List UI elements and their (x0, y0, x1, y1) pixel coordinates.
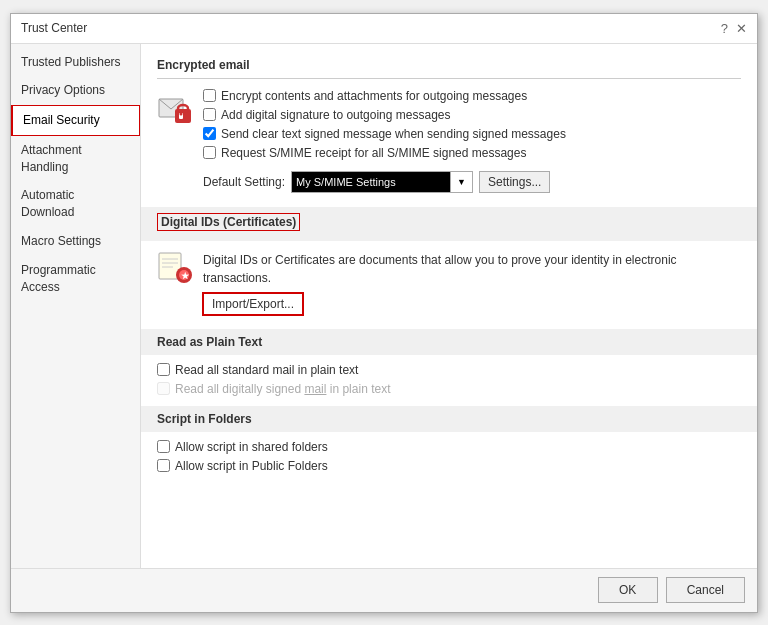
default-setting-row: Default Setting: ▼ Settings... (203, 171, 566, 193)
sidebar-item-email-security[interactable]: Email Security (11, 105, 140, 136)
title-bar-controls: ? ✕ (721, 21, 747, 36)
certificate-icon: ★ (157, 249, 193, 285)
add-digital-sig-checkbox[interactable] (203, 108, 216, 121)
encrypt-contents-checkbox-row[interactable]: Encrypt contents and attachments for out… (203, 89, 566, 103)
main-content: Encrypted email (141, 44, 757, 568)
request-smime-label: Request S/MIME receipt for all S/MIME si… (221, 146, 526, 160)
svg-text:★: ★ (181, 271, 190, 281)
allow-script-public-checkbox[interactable] (157, 459, 170, 472)
send-clear-text-checkbox[interactable] (203, 127, 216, 140)
read-digitally-signed-label: Read all digitally signed mail in plain … (175, 382, 390, 396)
dialog-title: Trust Center (21, 21, 87, 35)
encrypted-email-section: Encrypted email (157, 58, 741, 193)
read-standard-mail-checkbox[interactable] (157, 363, 170, 376)
trust-center-dialog: Trust Center ? ✕ Trusted Publishers Priv… (10, 13, 758, 613)
plain-text-checkboxes: Read all standard mail in plain text Rea… (157, 363, 741, 396)
allow-script-public-label: Allow script in Public Folders (175, 459, 328, 473)
encrypted-email-inner: Encrypt contents and attachments for out… (157, 89, 741, 193)
add-digital-sig-label: Add digital signature to outgoing messag… (221, 108, 450, 122)
allow-script-shared-label: Allow script in shared folders (175, 440, 328, 454)
allow-script-shared-checkbox-row[interactable]: Allow script in shared folders (157, 440, 741, 454)
title-bar: Trust Center ? ✕ (11, 14, 757, 44)
plain-text-header: Read as Plain Text (157, 335, 262, 349)
sidebar-item-privacy-options[interactable]: Privacy Options (11, 76, 140, 105)
setting-select: ▼ (291, 171, 473, 193)
send-clear-text-label: Send clear text signed message when send… (221, 127, 566, 141)
allow-script-shared-checkbox[interactable] (157, 440, 170, 453)
sidebar-item-automatic-download[interactable]: Automatic Download (11, 181, 140, 227)
sidebar: Trusted Publishers Privacy Options Email… (11, 44, 141, 568)
sidebar-item-programmatic-access[interactable]: Programmatic Access (11, 256, 140, 302)
settings-button[interactable]: Settings... (479, 171, 550, 193)
encrypted-email-divider (157, 78, 741, 79)
digital-ids-header: Digital IDs (Certificates) (157, 213, 300, 231)
cancel-button[interactable]: Cancel (666, 577, 745, 603)
close-icon[interactable]: ✕ (736, 21, 747, 36)
sidebar-item-trusted-publishers[interactable]: Trusted Publishers (11, 48, 140, 77)
digital-ids-content: Digital IDs or Certificates are document… (203, 249, 741, 315)
read-standard-mail-checkbox-row[interactable]: Read all standard mail in plain text (157, 363, 741, 377)
plain-text-section: Read as Plain Text Read all standard mai… (157, 329, 741, 396)
setting-dropdown-arrow[interactable]: ▼ (451, 171, 473, 193)
encrypted-email-header: Encrypted email (157, 58, 741, 72)
digital-ids-section: Digital IDs (Certificates) ★ (157, 207, 741, 315)
import-export-button[interactable]: Import/Export... (203, 293, 303, 315)
encrypt-contents-label: Encrypt contents and attachments for out… (221, 89, 527, 103)
sidebar-item-macro-settings[interactable]: Macro Settings (11, 227, 140, 256)
script-folders-section: Script in Folders Allow script in shared… (157, 406, 741, 473)
email-security-icon (157, 91, 193, 127)
dialog-footer: OK Cancel (11, 568, 757, 612)
allow-script-public-checkbox-row[interactable]: Allow script in Public Folders (157, 459, 741, 473)
ok-button[interactable]: OK (598, 577, 658, 603)
help-icon[interactable]: ? (721, 21, 728, 36)
encrypt-contents-checkbox[interactable] (203, 89, 216, 102)
svg-point-4 (180, 112, 183, 115)
script-folders-header: Script in Folders (157, 412, 252, 426)
encrypted-email-checkboxes: Encrypt contents and attachments for out… (203, 89, 566, 193)
default-setting-label: Default Setting: (203, 175, 285, 189)
send-clear-text-checkbox-row[interactable]: Send clear text signed message when send… (203, 127, 566, 141)
default-setting-input[interactable] (291, 171, 451, 193)
read-standard-mail-label: Read all standard mail in plain text (175, 363, 358, 377)
add-digital-sig-checkbox-row[interactable]: Add digital signature to outgoing messag… (203, 108, 566, 122)
digital-ids-description: Digital IDs or Certificates are document… (203, 251, 741, 287)
script-folders-checkboxes: Allow script in shared folders Allow scr… (157, 440, 741, 473)
request-smime-checkbox-row[interactable]: Request S/MIME receipt for all S/MIME si… (203, 146, 566, 160)
request-smime-checkbox[interactable] (203, 146, 216, 159)
sidebar-item-attachment-handling[interactable]: Attachment Handling (11, 136, 140, 182)
digital-ids-inner: ★ Digital IDs or Certificates are docume… (157, 249, 741, 315)
read-digitally-signed-checkbox (157, 382, 170, 395)
dialog-body: Trusted Publishers Privacy Options Email… (11, 44, 757, 568)
read-digitally-signed-checkbox-row: Read all digitally signed mail in plain … (157, 382, 741, 396)
